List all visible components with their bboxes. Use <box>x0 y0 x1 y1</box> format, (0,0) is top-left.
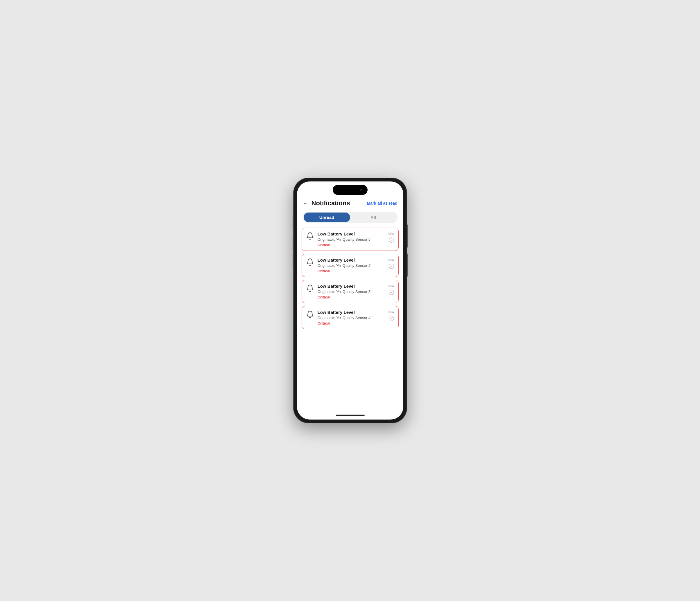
notification-badge-1: Critical <box>318 243 384 247</box>
page-title: Notifications <box>311 200 350 207</box>
check-icon-2[interactable] <box>389 263 394 269</box>
home-indicator <box>297 411 403 420</box>
screen-content: ← Notifications Mark all as read Unread … <box>297 195 403 420</box>
header-left: ← Notifications <box>303 200 350 207</box>
notification-title-1: Low Battery Level <box>318 231 384 236</box>
bell-icon-2 <box>306 258 314 266</box>
notification-body-1: Low Battery Level Originator: 'Air Quali… <box>318 231 384 247</box>
phone-screen: ← Notifications Mark all as read Unread … <box>297 181 403 420</box>
notification-badge-3: Critical <box>318 295 384 299</box>
notification-time-4: now <box>388 310 394 314</box>
notification-time-2: now <box>388 258 394 262</box>
notification-body-4: Low Battery Level Originator: 'Air Quali… <box>318 310 384 325</box>
notification-meta-3: now <box>388 284 394 295</box>
back-button[interactable]: ← <box>303 200 308 207</box>
notification-title-4: Low Battery Level <box>318 310 384 315</box>
bell-icon-4 <box>306 310 314 318</box>
bell-icon-3 <box>306 284 314 292</box>
bell-icon-wrap-2 <box>306 258 314 267</box>
notification-badge-2: Critical <box>318 269 384 273</box>
notification-meta-4: now <box>388 310 394 321</box>
notification-title-2: Low Battery Level <box>318 258 384 262</box>
notification-body-2: Low Battery Level Originator: 'Air Quali… <box>318 258 384 273</box>
header: ← Notifications Mark all as read <box>297 195 403 210</box>
notification-meta-2: now <box>388 258 394 269</box>
notification-card-1[interactable]: Low Battery Level Originator: 'Air Quali… <box>302 228 399 251</box>
notification-originator-1: Originator: 'Air Quality Sensor 5' <box>318 237 384 241</box>
notification-card-3[interactable]: Low Battery Level Originator: 'Air Quali… <box>302 280 399 303</box>
bell-icon-wrap-3 <box>306 284 314 293</box>
notification-card-4[interactable]: Low Battery Level Originator: 'Air Quali… <box>302 306 399 329</box>
check-icon-1[interactable] <box>389 237 394 243</box>
bell-icon-1 <box>306 232 314 240</box>
notification-originator-4: Originator: 'Air Quality Sensor 4' <box>318 316 384 320</box>
home-bar <box>335 415 365 416</box>
camera-dot <box>360 189 362 191</box>
notification-originator-2: Originator: 'Air Quality Sensor 2' <box>318 263 384 268</box>
dynamic-island <box>333 185 368 195</box>
notification-time-3: now <box>388 284 394 288</box>
tab-bar: Unread All <box>303 212 398 223</box>
notification-card-2[interactable]: Low Battery Level Originator: 'Air Quali… <box>302 254 399 277</box>
bell-icon-wrap-4 <box>306 310 314 320</box>
notification-title-3: Low Battery Level <box>318 284 384 289</box>
tab-all[interactable]: All <box>350 212 397 222</box>
notification-body-3: Low Battery Level Originator: 'Air Quali… <box>318 284 384 299</box>
mark-all-read-button[interactable]: Mark all as read <box>367 201 397 206</box>
notification-time-1: now <box>388 231 394 235</box>
notifications-list: Low Battery Level Originator: 'Air Quali… <box>297 228 403 411</box>
notification-meta-1: now <box>388 231 394 243</box>
phone-frame: ← Notifications Mark all as read Unread … <box>294 178 407 423</box>
bell-icon-wrap-1 <box>306 232 314 241</box>
check-icon-4[interactable] <box>389 316 394 321</box>
notification-badge-4: Critical <box>318 321 384 325</box>
tab-unread[interactable]: Unread <box>304 212 350 222</box>
check-icon-3[interactable] <box>389 289 394 295</box>
notification-originator-3: Originator: 'Air Quality Sensor 3' <box>318 289 384 294</box>
